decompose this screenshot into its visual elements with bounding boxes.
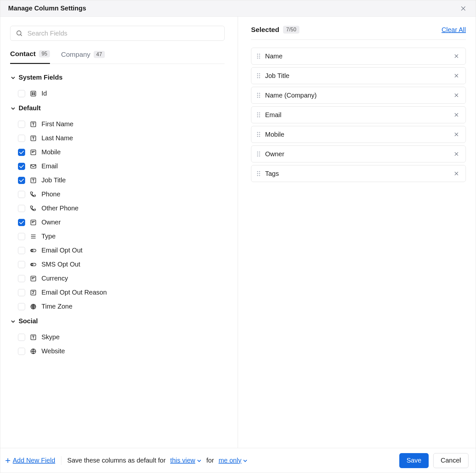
remove-item-button[interactable] — [452, 170, 460, 177]
field-row: SMS Opt Out — [10, 257, 225, 271]
remove-item-button[interactable] — [452, 72, 460, 80]
close-button[interactable] — [459, 4, 468, 13]
field-checkbox[interactable] — [18, 348, 25, 355]
field-checkbox[interactable] — [18, 205, 25, 212]
svg-point-45 — [257, 136, 258, 137]
dialog-header: Manage Column Settings — [0, 0, 476, 17]
close-icon — [454, 171, 459, 176]
drag-handle-icon[interactable] — [257, 151, 261, 157]
plus-icon — [5, 458, 11, 464]
field-checkbox[interactable] — [18, 219, 25, 226]
add-new-field-link[interactable]: Add New Field — [5, 457, 55, 464]
field-checkbox[interactable] — [18, 247, 25, 254]
svg-point-0 — [17, 31, 21, 35]
selected-item[interactable]: Name — [251, 48, 466, 65]
chevron-down-icon — [10, 75, 16, 81]
field-row: Email Opt Out — [10, 243, 225, 257]
search-input[interactable] — [10, 26, 225, 41]
field-checkbox[interactable] — [18, 303, 25, 310]
selected-item-label: Tags — [265, 170, 279, 177]
field-checkbox[interactable] — [18, 191, 25, 198]
field-checkbox[interactable] — [18, 163, 25, 170]
field-checkbox[interactable] — [18, 135, 25, 142]
remove-item-button[interactable] — [452, 111, 460, 119]
field-checkbox[interactable] — [18, 275, 25, 282]
drag-handle-icon[interactable] — [257, 171, 261, 176]
selected-item[interactable]: Name (Company) — [251, 87, 466, 104]
tab-label: Company — [61, 51, 90, 58]
selected-item[interactable]: Owner — [251, 145, 466, 162]
field-checkbox[interactable] — [18, 233, 25, 240]
svg-point-31 — [257, 95, 258, 96]
field-checkbox[interactable] — [18, 90, 25, 97]
section-header[interactable]: Social — [10, 317, 225, 325]
field-label: Type — [41, 233, 56, 240]
field-label: SMS Opt Out — [41, 261, 80, 268]
view-scope-link[interactable]: this view — [170, 457, 202, 464]
svg-point-48 — [259, 151, 260, 152]
remove-item-button[interactable] — [452, 130, 460, 138]
toggle-icon — [30, 261, 37, 268]
field-label: Owner — [41, 219, 61, 226]
field-checkbox[interactable] — [18, 149, 25, 156]
selected-fields-pane: Selected 7/50 Clear All Name Job Title — [238, 17, 476, 448]
svg-point-17 — [257, 53, 258, 54]
cancel-button[interactable]: Cancel — [433, 453, 468, 468]
user-scope-link[interactable]: me only — [218, 457, 248, 464]
footer-divider — [61, 456, 61, 465]
drag-handle-icon[interactable] — [257, 92, 261, 98]
selected-item[interactable]: Tags — [251, 165, 466, 182]
close-icon — [454, 73, 459, 78]
field-row: Phone — [10, 187, 225, 201]
field-checkbox[interactable] — [18, 334, 25, 341]
svg-point-49 — [257, 153, 258, 154]
drag-handle-icon[interactable] — [257, 112, 261, 118]
remove-item-button[interactable] — [452, 91, 460, 99]
svg-point-53 — [257, 171, 258, 172]
field-label: Mobile — [41, 148, 61, 156]
field-checkbox[interactable] — [18, 121, 25, 128]
selected-item[interactable]: Mobile — [251, 126, 466, 143]
svg-point-33 — [257, 97, 258, 98]
field-label: Currency — [41, 275, 68, 282]
section-header[interactable]: Default — [10, 104, 225, 112]
drag-handle-icon[interactable] — [257, 73, 261, 79]
remove-item-button[interactable] — [452, 150, 460, 158]
drag-handle-icon[interactable] — [257, 53, 261, 59]
add-new-field-label: Add New Field — [13, 457, 55, 464]
svg-point-25 — [257, 75, 258, 76]
search-icon — [16, 30, 23, 37]
field-label: Time Zone — [41, 303, 72, 310]
field-row: Id — [10, 86, 225, 100]
text-icon — [30, 177, 37, 184]
svg-point-37 — [257, 114, 258, 115]
phone-icon — [30, 191, 37, 198]
save-button[interactable]: Save — [399, 453, 429, 468]
tab-company[interactable]: Company47 — [61, 50, 105, 64]
svg-point-20 — [259, 55, 260, 56]
section-header[interactable]: System Fields — [10, 74, 225, 81]
chevron-down-icon — [10, 105, 16, 111]
clear-all-link[interactable]: Clear All — [442, 26, 466, 34]
card-icon — [30, 219, 37, 226]
svg-point-29 — [257, 93, 258, 94]
close-icon — [454, 132, 459, 137]
tab-count-badge: 47 — [94, 51, 105, 58]
section-title: Social — [19, 317, 38, 325]
field-checkbox[interactable] — [18, 289, 25, 296]
svg-point-40 — [259, 116, 260, 117]
selected-item-label: Email — [265, 111, 281, 119]
field-label: Email — [41, 162, 58, 170]
field-checkbox[interactable] — [18, 261, 25, 268]
remove-item-button[interactable] — [452, 52, 460, 60]
selected-item[interactable]: Job Title — [251, 67, 466, 84]
tab-contact[interactable]: Contact95 — [10, 50, 50, 64]
drag-handle-icon[interactable] — [257, 131, 261, 137]
phone-icon — [30, 205, 37, 212]
field-row: Website — [10, 344, 225, 358]
field-row: Email Opt Out Reason — [10, 285, 225, 299]
field-label: Website — [41, 347, 65, 355]
selected-item[interactable]: Email — [251, 106, 466, 123]
chevron-down-icon — [243, 458, 248, 463]
field-checkbox[interactable] — [18, 177, 25, 184]
